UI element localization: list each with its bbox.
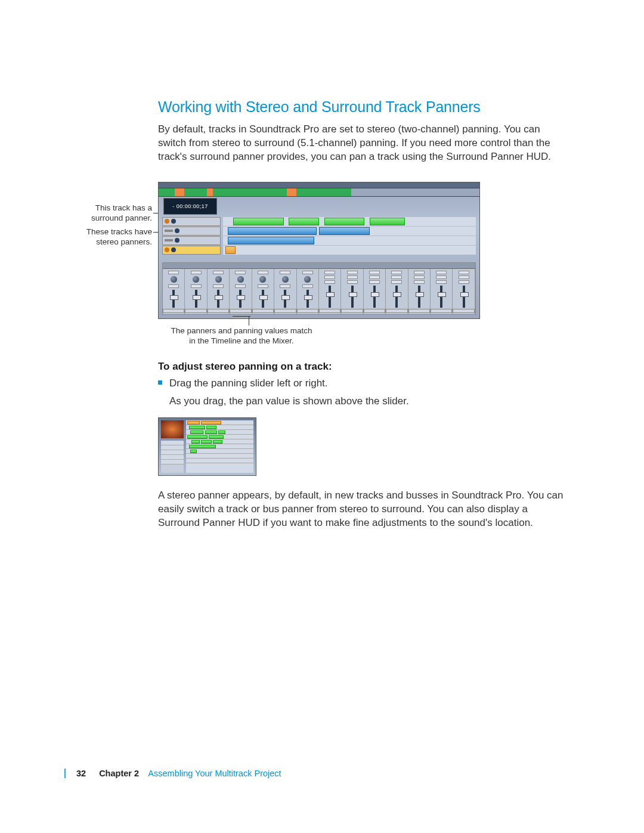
callout-connector-line [233, 316, 250, 317]
page-number: 32 [76, 769, 86, 778]
section-heading: Working with Stereo and Surround Track P… [158, 98, 566, 116]
track-header-list [162, 217, 221, 255]
channel-strip [319, 269, 341, 314]
chapter-label: Chapter 2 [99, 769, 139, 778]
channel-strip [252, 269, 274, 314]
callout-panners-match: The panners and panning values match in … [167, 326, 316, 346]
page-content: Working with Stereo and Surround Track P… [78, 98, 566, 535]
mixer-channel-strips [163, 269, 475, 314]
callout-surround-panner: This track has a surround panner. [72, 203, 152, 224]
bullet-icon [158, 380, 162, 385]
channel-strip [297, 269, 319, 314]
sidebar-list [161, 441, 184, 473]
channel-strip [341, 269, 363, 314]
channel-strip [431, 269, 453, 314]
procedure-step: Drag the panning slider left or right. [158, 376, 566, 391]
channel-strip [274, 269, 296, 314]
page-footer: 32 Chapter 2 Assembling Your Multitrack … [64, 769, 583, 778]
mixer-panel [162, 262, 476, 315]
timecode-display: - 00:00:00;17 [163, 198, 217, 215]
timeline-small [186, 420, 253, 473]
track-header [162, 217, 221, 226]
soundtrack-pro-main-window: - 00:00:00;17 [158, 182, 480, 319]
step-followup-text: As you drag, the pan value is shown abov… [169, 394, 566, 408]
channel-strip [408, 269, 431, 314]
video-thumbnail [161, 420, 184, 438]
main-screenshot-figure: This track has a surround panner. These … [78, 182, 566, 349]
timeline-clips-area [223, 217, 476, 255]
small-screenshot-figure [158, 417, 256, 476]
window-toolbar [159, 182, 479, 188]
timeline-ruler [159, 188, 479, 197]
step-text: Drag the panning slider left or right. [169, 376, 328, 391]
channel-strip [208, 269, 230, 314]
callout-connector-line [249, 316, 249, 326]
channel-strip [364, 269, 386, 314]
track-header-selected [162, 246, 221, 255]
channel-strip [185, 269, 207, 314]
channel-strip [386, 269, 408, 314]
channel-strip [230, 269, 252, 314]
channel-strip [163, 269, 185, 314]
body-paragraph: A stereo panner appears, by default, in … [158, 489, 566, 530]
mixer-tabs [163, 263, 475, 269]
intro-paragraph: By default, tracks in Soundtrack Pro are… [158, 123, 566, 164]
track-header [162, 236, 221, 245]
callout-stereo-panners: These tracks have stereo panners. [72, 227, 152, 247]
track-header [162, 227, 221, 236]
procedure-heading: To adjust stereo panning on a track: [158, 361, 566, 373]
chapter-title: Assembling Your Multitrack Project [148, 769, 281, 778]
channel-strip [453, 269, 475, 314]
